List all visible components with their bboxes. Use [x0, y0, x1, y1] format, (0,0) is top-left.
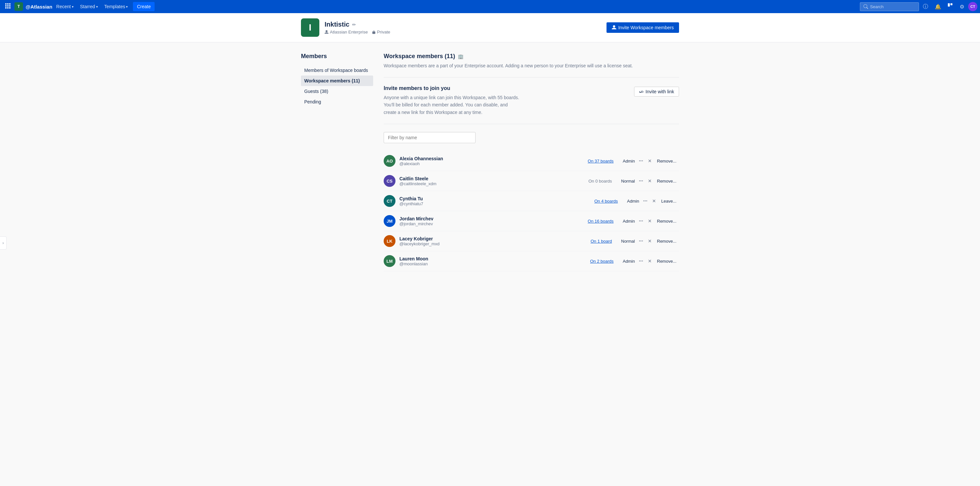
member-remove-x-button[interactable]: ✕ — [646, 177, 654, 185]
invite-with-link-button[interactable]: Invite with link — [634, 87, 679, 97]
invite-section: Invite members to join you Anyone with a… — [383, 85, 679, 116]
member-handle: @cynthiatu7 — [399, 201, 590, 206]
settings-icon[interactable]: ⚙ — [957, 2, 967, 11]
invite-workspace-members-button[interactable]: Invite Workspace members — [606, 22, 679, 33]
member-name: Alexia Ohannessian — [399, 156, 584, 161]
member-actions: Admin ··· ✕ Leave... — [627, 197, 679, 205]
workspace-header: I Inktistic ✏ Atlassian Enterprise Priva… — [0, 13, 980, 42]
member-info: Lacey Kobriger @laceykobriger_mxd — [399, 236, 587, 246]
starred-menu[interactable]: Starred ▾ — [78, 3, 100, 11]
top-navigation: T @Atlassian Recent ▾ Starred ▾ Template… — [0, 0, 980, 13]
edit-icon[interactable]: ✏ — [352, 22, 356, 27]
member-name: Lacey Kobriger — [399, 236, 587, 241]
member-role: Normal — [621, 178, 635, 183]
member-actions: Admin ··· ✕ Remove... — [623, 157, 679, 165]
member-row: AO Alexia Ohannessian @alexiaoh On 37 bo… — [383, 151, 679, 171]
member-actions: Admin ··· ✕ Remove... — [623, 257, 679, 265]
member-row: CT Cynthia Tu @cynthiatu7 On 4 boards Ad… — [383, 191, 679, 211]
member-more-button[interactable]: ··· — [637, 177, 645, 185]
member-boards[interactable]: On 16 boards — [588, 219, 614, 224]
member-role: Admin — [623, 219, 635, 224]
section-info-icon[interactable]: 🏢 — [458, 54, 463, 59]
member-name: Cynthia Tu — [399, 196, 590, 201]
invite-section-title: Invite members to join you — [383, 85, 522, 91]
svg-rect-2 — [9, 3, 11, 5]
sidebar-item-0[interactable]: Members of Workspace boards — [301, 65, 373, 75]
notifications-icon[interactable]: 🔔 — [932, 2, 944, 11]
svg-rect-3 — [5, 5, 6, 6]
member-row: JM Jordan Mirchev @jordan_mirchev On 16 … — [383, 211, 679, 231]
member-row: LM Lauren Moon @moonlassian On 2 boards … — [383, 251, 679, 271]
member-action-button[interactable]: Remove... — [654, 157, 679, 165]
members-list: AO Alexia Ohannessian @alexiaoh On 37 bo… — [383, 151, 679, 271]
member-handle: @moonlassian — [399, 261, 586, 266]
member-boards[interactable]: On 2 boards — [590, 259, 614, 264]
sidebar-title: Members — [301, 53, 373, 60]
svg-rect-8 — [9, 7, 11, 8]
svg-rect-0 — [5, 3, 6, 5]
section-description: Workspace members are a part of your Ent… — [383, 62, 679, 69]
sidebar-collapse-arrow[interactable]: › — [0, 236, 6, 250]
member-more-button[interactable]: ··· — [641, 197, 649, 205]
member-handle: @laceykobriger_mxd — [399, 241, 587, 246]
templates-menu[interactable]: Templates ▾ — [102, 3, 130, 11]
workspace-logo: I — [301, 18, 319, 37]
member-boards[interactable]: On 4 boards — [594, 199, 618, 204]
member-info: Jordan Mirchev @jordan_mirchev — [399, 216, 584, 226]
svg-rect-10 — [950, 3, 953, 5]
member-action-button[interactable]: Remove... — [654, 237, 679, 245]
sidebar-item-1[interactable]: Workspace members (11) — [301, 75, 373, 86]
create-button[interactable]: Create — [133, 2, 154, 11]
member-remove-x-button[interactable]: ✕ — [646, 157, 654, 165]
member-handle: @alexiaoh — [399, 161, 584, 166]
member-boards[interactable]: On 1 board — [590, 239, 612, 244]
filter-input[interactable] — [383, 132, 476, 143]
sidebar-item-2[interactable]: Guests (38) — [301, 86, 373, 97]
trello-logo[interactable]: T — [14, 2, 23, 11]
member-remove-x-button[interactable]: ✕ — [646, 257, 654, 265]
member-avatar: JM — [383, 215, 396, 227]
member-boards[interactable]: On 37 boards — [588, 159, 614, 164]
content-area: Workspace members (11) 🏢 Workspace membe… — [383, 53, 679, 271]
member-more-button[interactable]: ··· — [637, 157, 645, 165]
member-more-button[interactable]: ··· — [637, 217, 645, 225]
search-label: Search — [870, 4, 883, 9]
member-role: Admin — [623, 259, 635, 264]
member-more-button[interactable]: ··· — [637, 237, 645, 245]
svg-rect-6 — [5, 7, 6, 8]
member-role: Normal — [621, 239, 635, 244]
help-icon[interactable]: ⓘ — [920, 2, 931, 11]
member-more-button[interactable]: ··· — [637, 257, 645, 265]
member-role: Admin — [627, 199, 640, 204]
member-name: Jordan Mirchev — [399, 216, 584, 221]
invite-section-desc: Anyone with a unique link can join this … — [383, 94, 522, 116]
user-avatar[interactable]: CT — [968, 2, 977, 11]
member-action-button[interactable]: Remove... — [654, 257, 679, 265]
section-title: Workspace members (11) — [383, 53, 455, 60]
apps-icon[interactable] — [3, 2, 13, 11]
member-handle: @caitlinsteele_xdm — [399, 181, 584, 186]
trello-icon[interactable] — [945, 2, 956, 11]
search-box[interactable]: Search — [860, 2, 919, 11]
member-actions: Admin ··· ✕ Remove... — [623, 217, 679, 225]
member-remove-x-button[interactable]: ✕ — [646, 237, 654, 245]
brand-label: @Atlassian — [25, 4, 52, 10]
member-avatar: AO — [383, 155, 396, 167]
member-action-button[interactable]: Leave... — [659, 198, 679, 205]
member-action-button[interactable]: Remove... — [654, 177, 679, 185]
recent-menu[interactable]: Recent ▾ — [54, 3, 76, 11]
invite-divider — [383, 124, 679, 124]
member-info: Cynthia Tu @cynthiatu7 — [399, 196, 590, 206]
member-name: Caitlin Steele — [399, 176, 584, 181]
member-row: CS Caitlin Steele @caitlinsteele_xdm On … — [383, 171, 679, 191]
member-remove-x-button[interactable]: ✕ — [646, 217, 654, 225]
svg-rect-4 — [7, 5, 8, 6]
workspace-account: Atlassian Enterprise — [325, 30, 368, 35]
member-info: Caitlin Steele @caitlinsteele_xdm — [399, 176, 584, 186]
member-avatar: LK — [383, 235, 396, 247]
sidebar-item-3[interactable]: Pending — [301, 97, 373, 107]
member-action-button[interactable]: Remove... — [654, 217, 679, 225]
svg-rect-7 — [7, 7, 8, 8]
member-remove-x-button[interactable]: ✕ — [650, 197, 658, 205]
member-name: Lauren Moon — [399, 256, 586, 261]
